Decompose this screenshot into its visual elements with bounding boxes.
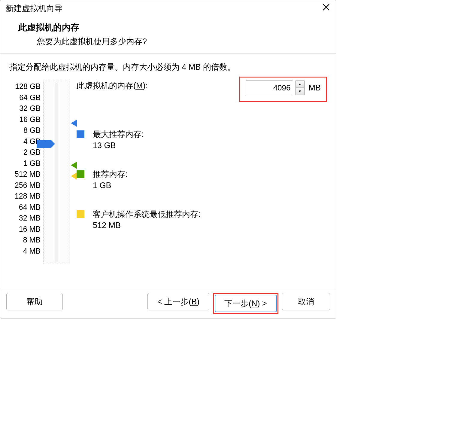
- scale-tick: 4 MB: [9, 245, 41, 257]
- scale-labels: 128 GB 64 GB 32 GB 16 GB 8 GB 4 GB 2 GB …: [9, 81, 41, 256]
- scale-tick: 32 MB: [9, 212, 41, 224]
- memory-scale: 128 GB 64 GB 32 GB 16 GB 8 GB 4 GB 2 GB …: [9, 80, 69, 264]
- close-icon[interactable]: [322, 3, 331, 14]
- legend-recommended: 推荐内存: 1 GB: [77, 169, 327, 190]
- legend-min-title: 客户机操作系统最低推荐内存:: [93, 209, 201, 220]
- scale-tick: 2 GB: [9, 147, 41, 158]
- next-button[interactable]: 下一步(N) >: [215, 295, 277, 312]
- scale-tick: 16 GB: [9, 114, 41, 125]
- page-title: 此虚拟机的内存: [18, 22, 318, 34]
- title-bar: 新建虚拟机向导: [0, 0, 336, 16]
- marker-max-icon: [71, 120, 77, 127]
- next-button-highlight: 下一步(N) >: [213, 293, 278, 314]
- cancel-button[interactable]: 取消: [282, 293, 330, 310]
- legend-max-title: 最大推荐内存:: [93, 129, 144, 140]
- scale-tick: 256 MB: [9, 180, 41, 191]
- scale-tick: 8 GB: [9, 125, 41, 136]
- scale-tick: 8 MB: [9, 234, 41, 245]
- memory-unit: MB: [309, 83, 321, 93]
- memory-field-label: 此虚拟机的内存(M):: [77, 80, 148, 91]
- page-subtitle: 您要为此虚拟机使用多少内存?: [18, 36, 318, 47]
- memory-input[interactable]: [246, 81, 293, 95]
- footer-spacer: [66, 293, 144, 314]
- legend-max-swatch-icon: [77, 130, 84, 138]
- legend-recommended-title: 推荐内存:: [93, 169, 128, 180]
- back-button[interactable]: < 上一步(B): [147, 293, 209, 310]
- scale-tick: 64 GB: [9, 92, 41, 103]
- marker-min-icon: [71, 172, 77, 180]
- legend-max: 最大推荐内存: 13 GB: [77, 129, 327, 150]
- memory-slider[interactable]: [44, 81, 69, 264]
- scale-tick: 128 MB: [9, 190, 41, 202]
- slider-groove: [55, 84, 58, 261]
- scale-tick: 1 GB: [9, 158, 41, 169]
- window-title: 新建虚拟机向导: [6, 3, 62, 14]
- content-area: 指定分配给此虚拟机的内存量。内存大小必须为 4 MB 的倍数。 128 GB 6…: [0, 54, 336, 289]
- scale-tick: 16 MB: [9, 224, 41, 235]
- scale-tick: 32 GB: [9, 103, 41, 114]
- scale-tick: 128 GB: [9, 81, 41, 92]
- slider-thumb[interactable]: [37, 140, 51, 148]
- wizard-header: 此虚拟机的内存 您要为此虚拟机使用多少内存?: [0, 16, 336, 53]
- instruction-text: 指定分配给此虚拟机的内存量。内存大小必须为 4 MB 的倍数。: [9, 62, 327, 72]
- legend-min: 客户机操作系统最低推荐内存: 512 MB: [77, 209, 327, 230]
- memory-input-highlight: ▲ ▼ MB: [239, 77, 327, 102]
- legend-recommended-swatch-icon: [77, 170, 84, 178]
- legend-recommended-value: 1 GB: [93, 181, 128, 190]
- scale-tick: 512 MB: [9, 169, 41, 180]
- legend-max-value: 13 GB: [93, 141, 144, 150]
- scale-tick: 64 MB: [9, 202, 41, 213]
- wizard-window: 新建虚拟机向导 此虚拟机的内存 您要为此虚拟机使用多少内存? 指定分配给此虚拟机…: [0, 0, 336, 318]
- marker-recommended-icon: [71, 162, 77, 169]
- wizard-footer: 帮助 < 上一步(B) 下一步(N) > 取消: [0, 289, 336, 318]
- spinner-up-icon[interactable]: ▲: [296, 81, 304, 88]
- info-column: 此虚拟机的内存(M): ▲ ▼ MB 最大推荐内存:: [77, 80, 327, 230]
- spinner-down-icon[interactable]: ▼: [296, 88, 304, 95]
- scale-tick: 4 GB: [9, 136, 41, 147]
- legend-min-swatch-icon: [77, 210, 84, 218]
- help-button[interactable]: 帮助: [6, 293, 63, 310]
- legend-min-value: 512 MB: [93, 221, 201, 230]
- memory-spinner: ▲ ▼: [296, 81, 305, 95]
